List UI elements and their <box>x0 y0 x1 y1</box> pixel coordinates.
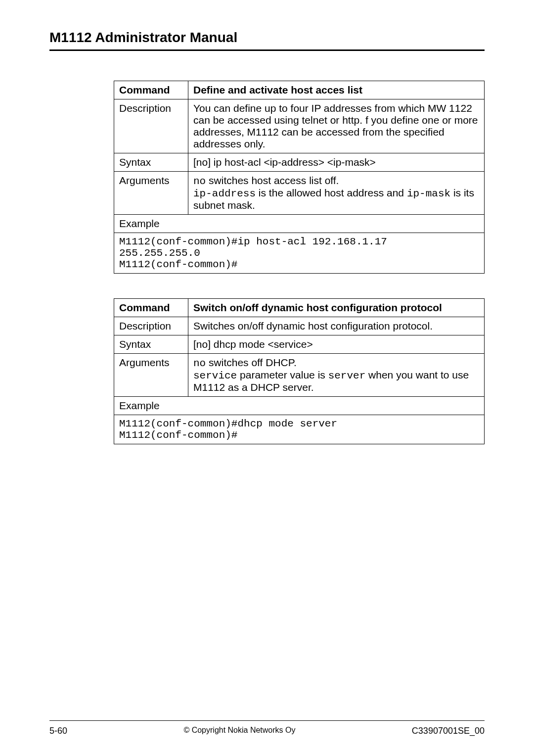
command-header-label: Command <box>114 81 188 99</box>
table-row: Example <box>114 397 485 415</box>
arguments-value: no switches off DHCP. service parameter … <box>188 354 485 397</box>
syntax-label: Syntax <box>114 335 188 354</box>
description-value: Switches on/off dynamic host configurati… <box>188 317 485 335</box>
arguments-label: Arguments <box>114 172 188 215</box>
table-row: Command Define and activate host acces l… <box>114 81 485 99</box>
footer-copyright: © Copyright Nokia Networks Oy <box>183 726 295 736</box>
arguments-label: Arguments <box>114 354 188 397</box>
arg-text: parameter value is <box>237 369 328 380</box>
command-header-value: Define and activate host acces list <box>188 81 485 99</box>
dhcp-command-table: Command Switch on/off dynamic host confi… <box>114 298 485 444</box>
page-title: M1112 Administrator Manual <box>49 30 485 46</box>
table-row: Arguments no switches host access list o… <box>114 172 485 215</box>
command-header-value: Switch on/off dynamic host configuration… <box>188 299 485 317</box>
example-label: Example <box>114 215 485 233</box>
arg-text: switches off DHCP. <box>206 357 297 368</box>
table-row: Syntax [no] ip host-acl <ip-address> <ip… <box>114 153 485 172</box>
table-row: Command Switch on/off dynamic host confi… <box>114 299 485 317</box>
description-label: Description <box>114 99 188 153</box>
table-row: Arguments no switches off DHCP. service … <box>114 354 485 397</box>
arg-code-no: no <box>193 176 206 187</box>
description-label: Description <box>114 317 188 335</box>
page-header: M1112 Administrator Manual <box>49 30 485 51</box>
arg-code-no: no <box>193 358 206 369</box>
arg-code-service: service <box>193 370 237 381</box>
page-footer: 5-60 © Copyright Nokia Networks Oy C3390… <box>49 720 485 736</box>
arg-code-ip-mask: ip-mask <box>407 188 450 199</box>
arg-text: is the allowed host address and <box>256 187 407 198</box>
arg-text: switches host access list off. <box>206 175 339 186</box>
example-label: Example <box>114 397 485 415</box>
table-row: M1112(conf-common)#ip host-acl 192.168.1… <box>114 233 485 274</box>
arg-code-server: server <box>328 370 366 381</box>
arguments-value: no switches host access list off. ip-add… <box>188 172 485 215</box>
arg-code-ip-address: ip-address <box>193 188 256 199</box>
syntax-value: [no] ip host-acl <ip-address> <ip-mask> <box>188 153 485 172</box>
footer-doc-id: C33907001SE_00 <box>412 726 485 736</box>
example-code: M1112(conf-common)#dhcp mode server M111… <box>114 415 485 444</box>
table-row: M1112(conf-common)#dhcp mode server M111… <box>114 415 485 444</box>
table-row: Description Switches on/off dynamic host… <box>114 317 485 335</box>
table-row: Syntax [no] dhcp mode <service> <box>114 335 485 354</box>
table-row: Description You can define up to four IP… <box>114 99 485 153</box>
syntax-label: Syntax <box>114 153 188 172</box>
host-acl-command-table: Command Define and activate host acces l… <box>114 81 485 274</box>
example-code: M1112(conf-common)#ip host-acl 192.168.1… <box>114 233 485 274</box>
description-value: You can define up to four IP addresses f… <box>188 99 485 153</box>
syntax-value: [no] dhcp mode <service> <box>188 335 485 354</box>
table-row: Example <box>114 215 485 233</box>
command-header-label: Command <box>114 299 188 317</box>
footer-page-number: 5-60 <box>49 726 67 736</box>
